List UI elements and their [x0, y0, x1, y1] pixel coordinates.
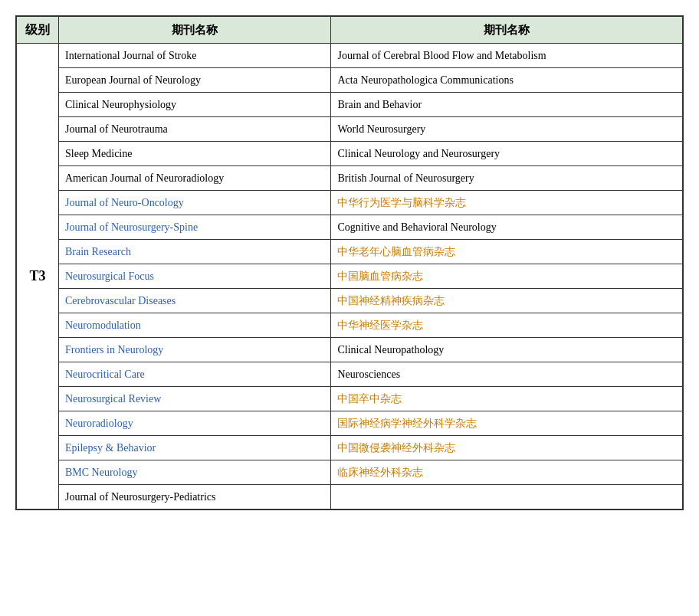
journal-cell-left: BMC Neurology	[59, 460, 331, 485]
grade-cell: T3	[17, 44, 59, 510]
journal-cell-right: Clinical Neurology and Neurosurgery	[331, 142, 683, 166]
journal-table-wrapper: 级别 期刊名称 期刊名称 T3International Journal of …	[15, 15, 684, 510]
journal-cell-right: 中国神经精神疾病杂志	[331, 289, 683, 313]
table-row: American Journal of NeuroradiologyBritis…	[17, 166, 683, 191]
journal-cell-right: Clinical Neuropathology	[331, 338, 683, 362]
table-row: Journal of NeurotraumaWorld Neurosurgery	[17, 117, 683, 142]
journal-cell-left: Neurosurgical Focus	[59, 264, 331, 289]
table-row: Clinical NeurophysiologyBrain and Behavi…	[17, 93, 683, 117]
journal-cell-left: Neurocritical Care	[59, 362, 331, 387]
journal-cell-left: International Journal of Stroke	[59, 44, 331, 68]
table-row: Neurosurgical Review中国卒中杂志	[17, 387, 683, 411]
journal-table: 级别 期刊名称 期刊名称 T3International Journal of …	[16, 16, 683, 510]
table-header-row: 级别 期刊名称 期刊名称	[17, 17, 683, 44]
journal-cell-right: Cognitive and Behavioral Neurology	[331, 215, 683, 240]
journal-cell-left: Frontiers in Neurology	[59, 338, 331, 362]
table-row: Brain Research中华老年心脑血管病杂志	[17, 240, 683, 264]
journal-cell-left: Clinical Neurophysiology	[59, 93, 331, 117]
journal-cell-right: Acta Neuropathologica Communications	[331, 68, 683, 93]
journal-cell-left: Journal of Neurotrauma	[59, 117, 331, 142]
table-row: Frontiers in NeurologyClinical Neuropath…	[17, 338, 683, 362]
table-row: Journal of Neurosurgery-SpineCognitive a…	[17, 215, 683, 240]
header-journal-left: 期刊名称	[59, 17, 331, 44]
journal-cell-right: 中华老年心脑血管病杂志	[331, 240, 683, 264]
journal-cell-right: 中华行为医学与脑科学杂志	[331, 191, 683, 215]
journal-cell-left: American Journal of Neuroradiology	[59, 166, 331, 191]
table-row: T3International Journal of StrokeJournal…	[17, 44, 683, 68]
journal-cell-left: Neuromodulation	[59, 313, 331, 338]
journal-cell-left: Neuroradiology	[59, 411, 331, 436]
journal-cell-right	[331, 485, 683, 510]
journal-cell-right: Brain and Behavior	[331, 93, 683, 117]
journal-cell-right: 中国微侵袭神经外科杂志	[331, 436, 683, 460]
journal-cell-right: World Neurosurgery	[331, 117, 683, 142]
table-row: Epilepsy & Behavior中国微侵袭神经外科杂志	[17, 436, 683, 460]
header-journal-right: 期刊名称	[331, 17, 683, 44]
journal-cell-left: Sleep Medicine	[59, 142, 331, 166]
table-row: Journal of Neuro-Oncology中华行为医学与脑科学杂志	[17, 191, 683, 215]
table-row: Cerebrovascular Diseases中国神经精神疾病杂志	[17, 289, 683, 313]
table-row: Neuroradiology国际神经病学神经外科学杂志	[17, 411, 683, 436]
journal-cell-right: Neurosciences	[331, 362, 683, 387]
journal-cell-left: Journal of Neurosurgery-Pediatrics	[59, 485, 331, 510]
journal-cell-left: Cerebrovascular Diseases	[59, 289, 331, 313]
table-row: Journal of Neurosurgery-Pediatrics	[17, 485, 683, 510]
table-row: Sleep MedicineClinical Neurology and Neu…	[17, 142, 683, 166]
table-row: BMC Neurology临床神经外科杂志	[17, 460, 683, 485]
journal-cell-right: 中国脑血管病杂志	[331, 264, 683, 289]
journal-cell-right: 中华神经医学杂志	[331, 313, 683, 338]
journal-cell-left: European Journal of Neurology	[59, 68, 331, 93]
journal-cell-right: 中国卒中杂志	[331, 387, 683, 411]
journal-cell-right: 临床神经外科杂志	[331, 460, 683, 485]
journal-cell-right: British Journal of Neurosurgery	[331, 166, 683, 191]
journal-cell-right: Journal of Cerebral Blood Flow and Metab…	[331, 44, 683, 68]
table-row: Neurocritical CareNeurosciences	[17, 362, 683, 387]
table-row: European Journal of NeurologyActa Neurop…	[17, 68, 683, 93]
table-row: Neurosurgical Focus中国脑血管病杂志	[17, 264, 683, 289]
journal-cell-right: 国际神经病学神经外科学杂志	[331, 411, 683, 436]
header-grade: 级别	[17, 17, 59, 44]
journal-cell-left: Journal of Neurosurgery-Spine	[59, 215, 331, 240]
journal-cell-left: Journal of Neuro-Oncology	[59, 191, 331, 215]
journal-cell-left: Epilepsy & Behavior	[59, 436, 331, 460]
journal-cell-left: Brain Research	[59, 240, 331, 264]
journal-cell-left: Neurosurgical Review	[59, 387, 331, 411]
table-row: Neuromodulation中华神经医学杂志	[17, 313, 683, 338]
